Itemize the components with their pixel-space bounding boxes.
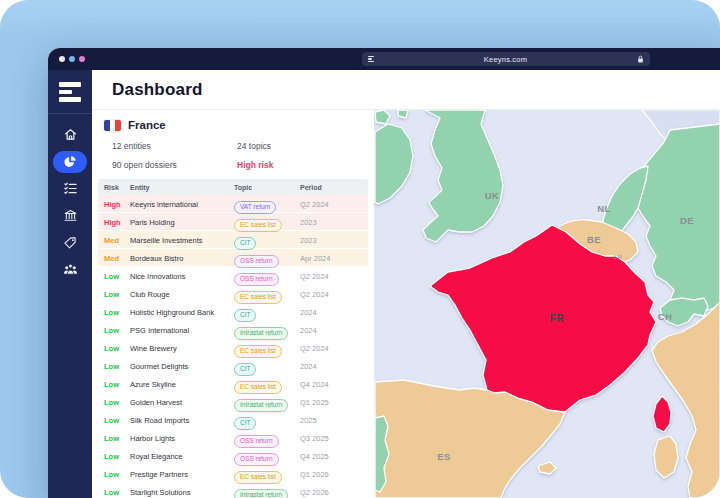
topic-cell: OSS return [234, 447, 300, 466]
table-row[interactable]: LowStarlight SolutionsIntrastat returnQ2… [98, 483, 368, 498]
topic-badge: Intrastat return [234, 399, 288, 412]
risk-cell: High [104, 218, 130, 227]
period-cell: Q1 2025 [300, 398, 368, 407]
window-dot-maximize[interactable] [79, 56, 85, 62]
risk-cell: Low [104, 272, 130, 281]
table-row[interactable]: LowGourmet DelightsCIT2024 [98, 357, 368, 375]
entity-cell: Golden Harvest [130, 398, 234, 407]
sidebar-item-topics[interactable] [53, 232, 87, 254]
period-cell: Apr 2024 [300, 254, 368, 263]
stat-open-dossiers: 90 open dossiers [112, 160, 237, 170]
country-name: France [128, 119, 166, 131]
table-row[interactable]: LowAzure SkylineEC sales listQ4 2024 [98, 375, 368, 393]
table-row[interactable]: LowHolistic Highground BankCIT2024 [98, 303, 368, 321]
risk-cell: Low [104, 434, 130, 443]
sidebar-item-entities[interactable] [53, 205, 87, 227]
address-bar[interactable]: Keeyns.com [362, 52, 650, 66]
entity-cell: Silk Road Imports [130, 416, 234, 425]
period-cell: Q1 2026 [300, 470, 368, 479]
table-row[interactable]: MedBordeaux BistroOSS returnApr 2024 [98, 249, 368, 267]
entity-cell: Prestige Partners [130, 470, 234, 479]
pie-chart-icon [63, 155, 77, 169]
stat-topics: 24 topics [237, 141, 374, 151]
topic-cell: CIT [234, 357, 300, 376]
entity-cell: Wine Brewery [130, 344, 234, 353]
europe-map: UKNLDEBELUFRCHES [374, 110, 720, 498]
stat-entities: 12 entities [112, 141, 237, 151]
topic-cell: VAT return [234, 195, 300, 214]
entity-cell: PSG International [130, 326, 234, 335]
browser-titlebar: Keeyns.com [48, 48, 720, 70]
col-topic: Topic [234, 184, 300, 191]
europe-map-svg [374, 110, 720, 498]
table-row[interactable]: MedMarseille InvestmentsCIT2023 [98, 231, 368, 249]
table-row[interactable]: LowPrestige PartnersEC sales listQ1 2026 [98, 465, 368, 483]
entity-cell: Club Rouge [130, 290, 234, 299]
period-cell: 2024 [300, 326, 368, 335]
table-row[interactable]: LowSilk Road ImportsCIT2025 [98, 411, 368, 429]
window-dot-minimize[interactable] [69, 56, 75, 62]
period-cell: Q4 2025 [300, 452, 368, 461]
sidebar-item-tasks[interactable] [53, 178, 87, 200]
risk-cell: Low [104, 326, 130, 335]
entity-cell: Keeyns international [130, 200, 234, 209]
topic-cell: CIT [234, 231, 300, 250]
risk-cell: Low [104, 488, 130, 497]
topic-cell: OSS return [234, 267, 300, 286]
table-row[interactable]: LowWine BreweryEC sales listQ2 2024 [98, 339, 368, 357]
entity-cell: Paris Holding [130, 218, 234, 227]
table-row[interactable]: LowClub RougeEC sales listQ2 2024 [98, 285, 368, 303]
topic-badge: EC sales list [234, 291, 282, 304]
table-row[interactable]: HighKeeyns internationalVAT returnQ2 202… [98, 195, 368, 213]
table-row[interactable]: LowPSG InternationalIntrastat return2024 [98, 321, 368, 339]
checklist-icon [63, 181, 78, 196]
entity-cell: Gourmet Delights [130, 362, 234, 371]
topic-badge: OSS return [234, 435, 279, 448]
risk-cell: Low [104, 398, 130, 407]
period-cell: 2024 [300, 362, 368, 371]
period-cell: Q2 2024 [300, 290, 368, 299]
window-dot-close[interactable] [59, 56, 65, 62]
col-entity: Entity [130, 184, 234, 191]
period-cell: 2024 [300, 308, 368, 317]
period-cell: 2025 [300, 416, 368, 425]
table-row[interactable]: LowGolden HarvestIntrastat returnQ1 2025 [98, 393, 368, 411]
risk-cell: Low [104, 416, 130, 425]
topic-badge: OSS return [234, 255, 279, 268]
island-sardinia [654, 436, 678, 478]
topic-cell: Intrastat return [234, 321, 300, 340]
topic-cell: EC sales list [234, 285, 300, 304]
country-stats: 12 entities 24 topics 90 open dossiers H… [112, 141, 374, 170]
risk-cell: Low [104, 380, 130, 389]
risk-cell: Low [104, 452, 130, 461]
window-controls [59, 56, 85, 62]
risk-cell: Low [104, 290, 130, 299]
topic-badge: CIT [234, 237, 256, 250]
topic-cell: Intrastat return [234, 483, 300, 498]
topic-badge: Intrastat return [234, 489, 288, 498]
table-row[interactable]: LowRoyal EleganceOSS returnQ4 2025 [98, 447, 368, 465]
topic-badge: EC sales list [234, 219, 282, 232]
sidebar-item-users[interactable] [53, 259, 87, 281]
entity-cell: Azure Skyline [130, 380, 234, 389]
risk-cell: Low [104, 362, 130, 371]
table-row[interactable]: HighParis HoldingEC sales list2023 [98, 213, 368, 231]
topic-badge: CIT [234, 309, 256, 322]
topic-badge: CIT [234, 417, 256, 430]
topic-badge: Intrastat return [234, 327, 288, 340]
table-row[interactable]: LowNice InnovationsOSS returnQ2 2024 [98, 267, 368, 285]
table-row[interactable]: LowHarbor LightsOSS returnQ3 2025 [98, 429, 368, 447]
period-cell: Q2 2024 [300, 200, 368, 209]
topic-badge: OSS return [234, 453, 279, 466]
entity-cell: Marseille Investments [130, 236, 234, 245]
home-icon [63, 127, 78, 142]
entity-cell: Harbor Lights [130, 434, 234, 443]
tag-icon [63, 236, 77, 250]
risk-table: Risk Entity Topic Period HighKeeyns inte… [98, 179, 368, 498]
sidebar-divider [48, 113, 92, 114]
keeyns-logo [59, 79, 81, 105]
col-risk: Risk [104, 184, 130, 191]
sidebar-item-dashboard[interactable] [53, 151, 87, 173]
sidebar-item-home[interactable] [53, 124, 87, 146]
period-cell: Q3 2025 [300, 434, 368, 443]
